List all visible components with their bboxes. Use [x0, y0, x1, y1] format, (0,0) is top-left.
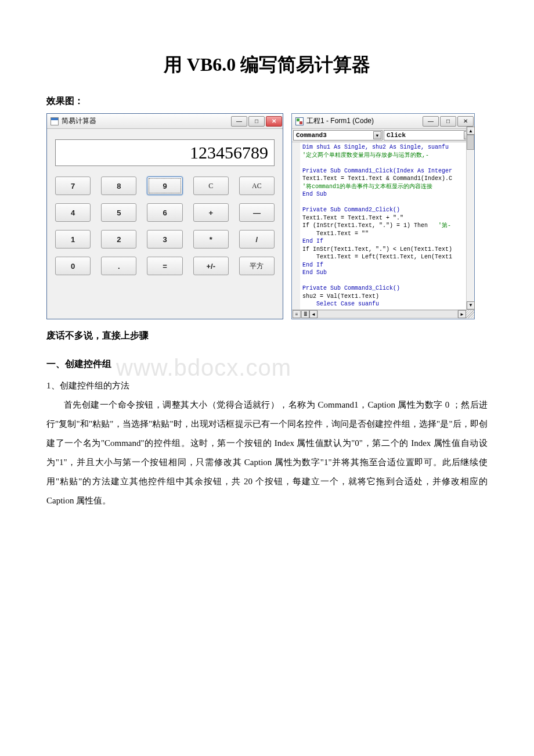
code-line: Text1.Text = Text1.Text + "." [302, 214, 474, 222]
object-combo[interactable]: Command3 ▼ [293, 130, 383, 141]
display-field[interactable]: 123456789 [55, 139, 275, 166]
code-line: End If [302, 237, 474, 246]
calc-button-x[interactable]: . [101, 257, 136, 275]
calculator-title: 简易计算器 [62, 116, 96, 126]
scroll-right-icon[interactable]: ► [458, 310, 466, 318]
code-line [302, 277, 474, 285]
code-line: Private Sub Command2_Click() [302, 206, 474, 214]
code-close-button[interactable]: ✕ [457, 116, 474, 127]
code-line: shu2 = Val(Text1.Text) [302, 293, 474, 301]
calc-button-0[interactable]: 0 [55, 257, 91, 275]
code-line: '将command1的单击事件与文本框显示的内容连接 [302, 183, 474, 191]
calc-button-1[interactable]: 1 [55, 230, 91, 249]
subsection-heading: 1、创建控件组的方法 [46, 376, 488, 395]
code-line: End Sub [302, 269, 474, 277]
form-icon [50, 117, 59, 125]
calc-button-C[interactable]: C [193, 177, 229, 195]
object-combo-value: Command3 [296, 132, 327, 139]
calc-button-2[interactable]: 2 [101, 230, 136, 249]
body-paragraph: 首先创建一个命令按钮，调整其大小（觉得合适就行），名称为 Command1，Ca… [46, 395, 488, 510]
calc-button-7[interactable]: 7 [55, 177, 91, 195]
calc-button-AC[interactable]: AC [239, 177, 275, 195]
calc-button-3[interactable]: 3 [147, 230, 182, 249]
code-line [302, 159, 474, 167]
calc-button-x[interactable]: / [239, 230, 275, 249]
code-line: End If [302, 261, 474, 269]
code-window: 工程1 - Form1 (Code) — □ ✕ Command3 ▼ Clic… [291, 113, 475, 319]
code-line [302, 199, 474, 207]
maximize-button[interactable]: □ [248, 116, 265, 127]
procedure-combo[interactable]: Click ▼ [384, 130, 473, 141]
close-button[interactable]: ✕ [266, 116, 282, 127]
minimize-button[interactable]: — [231, 116, 247, 127]
calc-button-xx[interactable]: 平方 [239, 257, 275, 275]
scroll-up-icon[interactable]: ▲ [467, 127, 475, 135]
calculator-window: 简易计算器 — □ ✕ 123456789 789CAC456+—123*/0.… [46, 113, 283, 319]
effect-label: 效果图： [46, 95, 488, 107]
code-line: Text1.Text = "" [302, 230, 474, 238]
horizontal-scrollbar[interactable]: ≡ ≣ ◄ ► [292, 309, 474, 319]
code-line: Private Sub Command1_Click(Index As Inte… [302, 167, 474, 175]
code-line: Private Sub Command3_Click() [302, 285, 474, 293]
code-line: If InStr(Text1.Text, ".") < Len(Text1.Te… [302, 246, 474, 254]
code-line: If (InStr(Text1.Text, ".") = 1) Then '第- [302, 222, 474, 230]
combo-row: Command3 ▼ Click ▼ [292, 129, 474, 142]
procedure-combo-value: Click [387, 132, 406, 139]
calc-button-x[interactable]: * [193, 230, 229, 249]
calc-button-x[interactable]: = [147, 257, 182, 275]
skip-label: 废话不多说，直接上步骤 [46, 330, 488, 342]
code-line: End Sub [302, 190, 474, 199]
calc-button-4[interactable]: 4 [55, 203, 91, 222]
scroll-track[interactable] [317, 310, 458, 318]
calc-button-5[interactable]: 5 [101, 203, 136, 222]
code-line: Select Case suanfu [302, 300, 474, 308]
code-line: Text1.Text = Text1.Text & Command1(Index… [302, 175, 474, 183]
scroll-left-icon[interactable]: ◄ [309, 310, 317, 318]
calculator-titlebar: 简易计算器 — □ ✕ [47, 114, 283, 129]
code-editor[interactable]: Dim shu1 As Single, shu2 As Single, suan… [292, 142, 474, 309]
code-line: Text1.Text = Left(Text1.Text, Len(Text1 [302, 253, 474, 261]
scroll-thumb[interactable] [467, 135, 474, 150]
code-icon [295, 117, 304, 125]
chevron-down-icon: ▼ [373, 131, 381, 139]
code-titlebar: 工程1 - Form1 (Code) — □ ✕ [292, 114, 474, 129]
button-grid: 789CAC456+—123*/0.=+/-平方 [55, 177, 275, 275]
section-heading-1: 一、创建控件组 [46, 358, 488, 370]
calc-button-xxx[interactable]: +/- [193, 257, 229, 275]
scroll-down-icon[interactable]: ▼ [467, 301, 475, 309]
code-line: '定义两个单精度数变量用与存放参与运算的数,- [302, 152, 474, 160]
window-buttons: — □ ✕ [230, 116, 283, 127]
calc-button-x[interactable]: + [193, 203, 229, 222]
view-switch-icon[interactable]: ≣ [301, 310, 309, 318]
code-line: Dim shu1 As Single, shu2 As Single, suan… [302, 143, 474, 152]
calc-button-8[interactable]: 8 [101, 177, 136, 195]
resize-grip-icon[interactable] [466, 310, 474, 318]
page-title: 用 VB6.0 编写简易计算器 [46, 52, 488, 78]
view-switch-icon[interactable]: ≡ [293, 310, 301, 318]
calc-button-6[interactable]: 6 [147, 203, 182, 222]
screenshot-row: 简易计算器 — □ ✕ 123456789 789CAC456+—123*/0.… [46, 113, 488, 319]
code-maximize-button[interactable]: □ [440, 116, 456, 127]
calc-button-x[interactable]: — [239, 203, 275, 222]
calc-button-9[interactable]: 9 [147, 177, 182, 195]
vertical-scrollbar[interactable]: ▲ ▼ [466, 127, 474, 309]
code-minimize-button[interactable]: — [423, 116, 439, 127]
code-title: 工程1 - Form1 (Code) [306, 116, 374, 126]
